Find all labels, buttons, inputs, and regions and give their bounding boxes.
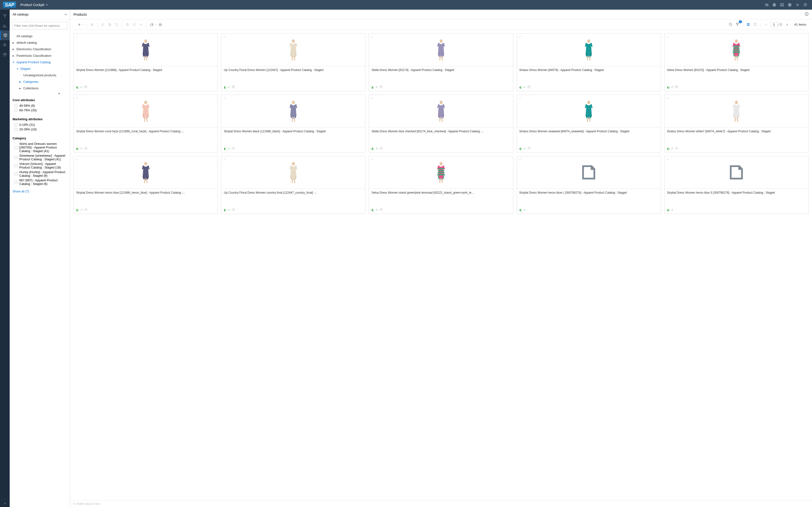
product-thumbnail: [434, 100, 449, 122]
tree-item[interactable]: ▶Electronics Classification: [10, 46, 70, 52]
product-card[interactable]: ✓Strybal Dress Women [121868] - Apparel …: [73, 33, 218, 91]
nav-network-icon[interactable]: [0, 11, 10, 21]
product-card[interactable]: ✓Up Country Floral Dress Women [122447] …: [221, 33, 365, 91]
nav-cube-icon[interactable]: [0, 31, 10, 40]
page-input[interactable]: [770, 22, 778, 27]
app-title-label: Product Cockpit: [20, 3, 44, 7]
delete-button[interactable]: [89, 21, 95, 28]
sync-button[interactable]: [113, 21, 120, 28]
product-card[interactable]: ✓Stratus Dress Women white7 [84574_white…: [664, 95, 809, 153]
tree-item[interactable]: ▶Categories: [10, 78, 70, 85]
chevron-down-icon: [64, 13, 67, 16]
facet-item[interactable]: 60-79% (33): [12, 108, 67, 113]
checkbox-icon[interactable]: [778, 1, 786, 9]
card-image-area: ✓: [369, 156, 513, 189]
add-dropdown-icon[interactable]: [82, 21, 85, 28]
product-card[interactable]: ✓Stella Dress Women [83174] - Apparel Pr…: [369, 33, 513, 91]
card-image-area: ✓: [221, 95, 365, 127]
tree-item[interactable]: All catalogs: [10, 33, 70, 39]
check-icon: ✓: [371, 158, 373, 161]
nav-hub-icon[interactable]: [0, 40, 10, 50]
catalog-selector[interactable]: All catalogs: [10, 10, 70, 19]
svg-point-14: [6, 45, 6, 45]
card-title: Strybal Dress Women heron blue S [300786…: [667, 191, 806, 203]
status-approved-icon: ◐: [224, 147, 226, 151]
tree-item[interactable]: ▶Powertools Classification: [10, 52, 70, 59]
tree-item[interactable]: ▶Collections: [10, 85, 70, 92]
edit-button[interactable]: [100, 21, 106, 28]
product-card[interactable]: ✓Strybal Dress Women heron blue [121868_…: [73, 156, 218, 214]
globe-icon[interactable]: [786, 1, 794, 9]
facet-item[interactable]: Hurley [Hurley] - Apparel Product Catalo…: [12, 170, 67, 178]
product-card[interactable]: ✓Stratus Dress Women seaweed [84574_seaw…: [517, 95, 661, 153]
product-card[interactable]: ✓Strybal Dress Women coral haze [121868_…: [73, 95, 218, 153]
variant-icon: [232, 85, 235, 89]
left-panel: All catalogs All catalogs▶default catalo…: [10, 10, 70, 507]
next-page-button[interactable]: [784, 21, 791, 28]
product-card[interactable]: ✓Strybal Dress Women heron blue L [30078…: [517, 156, 661, 214]
search-button[interactable]: [727, 21, 734, 28]
product-thumbnail: [434, 39, 449, 61]
compare-button[interactable]: [124, 21, 131, 28]
import-button[interactable]: [157, 21, 164, 28]
facet-item[interactable]: Volcom [Volcom] - Apparel Product Catalo…: [12, 162, 67, 170]
card-image-area: ✓: [221, 34, 365, 66]
product-card[interactable]: ✓Strybal Dress Women black [121868_black…: [221, 95, 365, 153]
show-all-link[interactable]: Show all (7): [10, 187, 70, 195]
variant-cluster-icon: [84, 208, 88, 212]
power-icon[interactable]: [801, 1, 809, 9]
check-icon: ✓: [371, 35, 373, 39]
tree-item[interactable]: ▼Apparel Product Catalog: [10, 59, 70, 65]
grid-view-button[interactable]: [752, 21, 759, 28]
export-dropdown-icon[interactable]: [154, 21, 157, 28]
facet-item[interactable]: Streetwear [streetwear] - Apparel Produc…: [12, 153, 67, 162]
svg-point-28: [292, 39, 295, 43]
nav-chart-icon[interactable]: [0, 21, 10, 31]
nav-scale-icon[interactable]: [0, 50, 10, 59]
product-thumbnail: [286, 39, 301, 61]
tree-item[interactable]: Uncategorized products: [10, 72, 70, 78]
globe-refresh-icon[interactable]: [770, 1, 778, 9]
list-view-button[interactable]: [745, 21, 752, 28]
prev-page-button[interactable]: [763, 21, 769, 28]
user-lock-icon[interactable]: [763, 1, 770, 9]
filter-button[interactable]: 0: [734, 21, 741, 28]
svg-point-29: [440, 39, 443, 43]
facet-item-label: 667 [667] - Apparel Product Catalog : St…: [19, 178, 67, 186]
tree-item[interactable]: ▶default catalog: [10, 39, 70, 46]
tree-filter-input[interactable]: [12, 22, 67, 30]
product-card[interactable]: ✓Stella Dress Women blue checked [83174_…: [369, 95, 513, 153]
product-card[interactable]: ✓Stratus Dress Women [84574] - Apparel P…: [517, 33, 661, 91]
copy-button[interactable]: [106, 21, 113, 28]
facet-item[interactable]: 20-39% (10): [12, 127, 67, 131]
status-check-icon: ✓: [671, 147, 673, 150]
product-card[interactable]: ✓Selva Dress Women island green/pink lem…: [369, 156, 513, 214]
check-icon: ✓: [519, 96, 521, 100]
tree-item-label: default catalog: [16, 41, 37, 44]
tree-item[interactable]: ▼Staged: [10, 65, 70, 72]
card-image-area: ✓: [517, 95, 661, 127]
document-placeholder-icon: [580, 164, 597, 181]
product-card[interactable]: ✓Up Country Floral Dress Women country f…: [221, 156, 365, 214]
status-approved-icon: ◐: [371, 147, 374, 151]
link-button[interactable]: [138, 21, 144, 28]
card-image-area: ✓: [517, 156, 661, 189]
tree-more-icon[interactable]: ▼: [10, 93, 70, 95]
info-icon[interactable]: [805, 12, 809, 17]
facet-item[interactable]: 667 [667] - Apparel Product Catalog : St…: [12, 178, 67, 186]
app-title-dropdown[interactable]: Product Cockpit: [20, 3, 48, 7]
check-icon: ✓: [75, 158, 78, 161]
nav-expand-icon[interactable]: [0, 499, 10, 507]
product-card[interactable]: ✓Strybal Dress Women heron blue S [30078…: [664, 156, 809, 214]
card-image-area: ✓: [369, 95, 513, 127]
facet-item[interactable]: Skirts and Dresses women [260700] - Appa…: [12, 142, 67, 153]
facet-item[interactable]: 0-19% (31): [12, 122, 67, 127]
product-card[interactable]: ✓Selva Dress Women [83223] - Apparel Pro…: [664, 33, 809, 91]
checklist-button[interactable]: [131, 21, 138, 28]
facet-item[interactable]: 40-59% (8): [12, 103, 67, 108]
svg-point-15: [5, 43, 5, 44]
check-icon: ✓: [519, 35, 521, 39]
card-title: Up Country Floral Dress Women country fo…: [224, 191, 363, 203]
variant-icon: [84, 85, 87, 89]
settings-icon[interactable]: [794, 1, 801, 9]
